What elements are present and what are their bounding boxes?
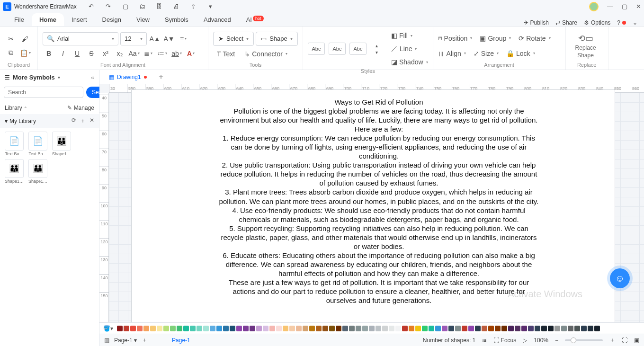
color-swatch[interactable] [143, 326, 149, 331]
italic-icon[interactable]: I [57, 47, 69, 60]
focus-mode-button[interactable]: ⛶ Focus [493, 337, 516, 344]
color-swatch[interactable] [535, 326, 540, 331]
font-family-select[interactable]: 🔍 Arial ▾ [43, 32, 118, 45]
color-swatch[interactable] [303, 326, 308, 331]
color-swatch[interactable] [521, 326, 527, 331]
shadow-button[interactable]: ◪Shadow [391, 56, 428, 68]
color-swatch[interactable] [588, 326, 593, 331]
fullscreen-icon[interactable]: ▣ [634, 337, 639, 344]
select-tool-button[interactable]: ➤Select▾ [213, 32, 254, 46]
collapse-panel-icon[interactable]: « [91, 74, 94, 81]
color-swatch[interactable] [402, 326, 408, 331]
color-swatch[interactable] [276, 326, 282, 331]
color-swatch[interactable] [488, 326, 494, 331]
color-swatch[interactable] [150, 326, 156, 331]
color-swatch[interactable] [223, 326, 229, 331]
color-swatch[interactable] [561, 326, 567, 331]
library-shape-item[interactable]: 👪Shape1… [27, 159, 48, 184]
color-swatch[interactable] [482, 326, 487, 331]
font-color-icon[interactable]: A [185, 47, 197, 60]
assistant-floating-icon[interactable]: ☺ [610, 268, 630, 288]
color-swatch[interactable] [568, 326, 573, 331]
color-swatch[interactable] [501, 326, 507, 331]
color-swatch[interactable] [389, 326, 394, 331]
fill-bucket-icon[interactable]: 🪣▾ [103, 325, 113, 332]
font-size-select[interactable]: 12 ▾ [120, 32, 147, 45]
styles-up-icon[interactable]: ▴ [370, 42, 383, 49]
color-swatch[interactable] [197, 326, 202, 331]
color-swatch[interactable] [356, 326, 361, 331]
print-icon[interactable]: 🖨 [170, 0, 183, 13]
color-swatch[interactable] [210, 326, 215, 331]
color-swatch[interactable] [250, 326, 255, 331]
lock-button[interactable]: 🔒Lock [506, 47, 535, 60]
decrease-font-icon[interactable]: A▼ [163, 33, 175, 45]
add-page-icon[interactable]: ＋ [142, 336, 147, 344]
drawing-canvas[interactable]: Ways to Get Rid of Pollution Pollution i… [109, 93, 644, 322]
style-swatch-3[interactable]: Abc [349, 43, 367, 55]
color-swatch[interactable] [296, 326, 302, 331]
close-icon[interactable]: ✕ [636, 3, 641, 10]
align-button[interactable]: ⫼Align [438, 47, 466, 60]
fit-page-icon[interactable]: ⛶ [622, 337, 627, 344]
presentation-icon[interactable]: ▷ [523, 337, 527, 344]
group-button[interactable]: ▣Group [480, 32, 511, 44]
layers-icon[interactable]: ≋ [482, 337, 487, 344]
color-swatch[interactable] [177, 326, 182, 331]
color-swatch[interactable] [124, 326, 129, 331]
line-button[interactable]: ／Line [391, 43, 428, 55]
publish-button[interactable]: ✈Publish [524, 19, 549, 26]
options-button[interactable]: ⚙Options [584, 19, 610, 26]
color-swatch[interactable] [455, 326, 461, 331]
format-painter-icon[interactable]: 🖌 [19, 33, 31, 45]
lib-add-icon[interactable]: ＋ [80, 117, 86, 125]
size-button[interactable]: ⤢Size [474, 47, 499, 60]
text-shape[interactable]: Ways to Get Rid of Pollution Pollution i… [218, 98, 540, 305]
color-swatch[interactable] [528, 326, 534, 331]
color-swatch[interactable] [243, 326, 249, 331]
color-swatch[interactable] [462, 326, 467, 331]
text-tool-button[interactable]: TText [213, 48, 239, 60]
collapse-ribbon-icon[interactable]: ⌄ [633, 19, 637, 26]
library-shape-item[interactable]: 📄Text Bo… [27, 132, 48, 156]
color-swatch[interactable] [157, 326, 162, 331]
styles-down-icon[interactable]: ▾ [370, 49, 383, 55]
strike-icon[interactable]: S [85, 47, 98, 60]
shape-tool-button[interactable]: ▭Shape▾ [256, 32, 298, 46]
new-icon[interactable]: ▢ [119, 0, 132, 13]
export-icon[interactable]: ⇪ [188, 0, 200, 13]
replace-shape-button[interactable]: ⟲▭ Replace Shape [571, 31, 601, 61]
color-swatch[interactable] [415, 326, 421, 331]
color-swatch[interactable] [555, 326, 560, 331]
bold-icon[interactable]: B [43, 47, 55, 60]
color-swatch[interactable] [190, 326, 196, 331]
color-swatch[interactable] [230, 326, 235, 331]
tab-symbols[interactable]: Symbols [157, 13, 196, 26]
open-icon[interactable]: 🗂 [136, 0, 149, 13]
minimize-icon[interactable]: — [607, 3, 613, 10]
color-swatch[interactable] [376, 326, 381, 331]
color-swatch[interactable] [256, 326, 262, 331]
zoom-in-icon[interactable]: ＋ [609, 336, 615, 344]
position-button[interactable]: ⧈Position [438, 32, 473, 44]
zoom-out-icon[interactable]: − [555, 337, 558, 344]
color-swatch[interactable] [429, 326, 434, 331]
color-swatch[interactable] [336, 326, 341, 331]
paragraph-align-icon[interactable]: ≡ [177, 33, 189, 45]
fill-button[interactable]: ◧Fill [391, 29, 428, 42]
color-swatch[interactable] [349, 326, 355, 331]
color-swatch[interactable] [269, 326, 275, 331]
color-swatch[interactable] [448, 326, 454, 331]
paste-icon[interactable]: 📋 [19, 47, 31, 59]
color-swatch[interactable] [329, 326, 335, 331]
library-shape-item[interactable]: 👪Shape1… [51, 132, 72, 156]
style-swatch-1[interactable]: Abc [308, 43, 325, 55]
tab-advanced[interactable]: Advanced [196, 13, 239, 26]
user-avatar-icon[interactable] [589, 2, 599, 11]
color-swatch[interactable] [216, 326, 222, 331]
document-tab[interactable]: ▦ Drawing1 [104, 72, 152, 82]
color-swatch[interactable] [435, 326, 441, 331]
my-library-header[interactable]: ▾ My Library ⟳ ＋ ✕ [0, 114, 99, 128]
color-swatch[interactable] [163, 326, 169, 331]
color-swatch[interactable] [395, 326, 401, 331]
